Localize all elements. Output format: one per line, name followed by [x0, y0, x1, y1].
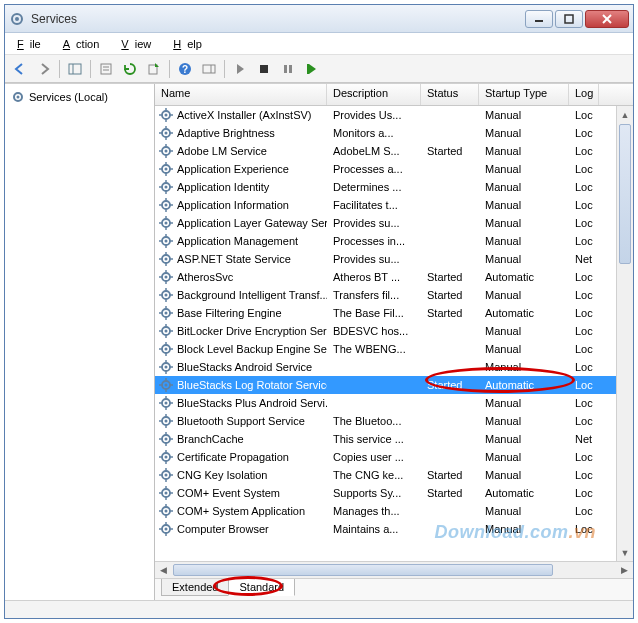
restart-service-button[interactable] — [301, 58, 323, 80]
table-row[interactable]: AtherosSvcAtheros BT ...StartedAutomatic… — [155, 268, 616, 286]
scroll-down-icon[interactable]: ▼ — [617, 544, 633, 561]
table-row[interactable]: Application IdentityDetermines ...Manual… — [155, 178, 616, 196]
svg-point-101 — [165, 348, 168, 351]
refresh-button[interactable] — [119, 58, 141, 80]
service-name: COM+ System Application — [177, 505, 305, 517]
service-description: This service ... — [327, 433, 421, 445]
export-button[interactable] — [143, 58, 165, 80]
service-status: Started — [421, 145, 479, 157]
service-startup: Manual — [479, 289, 569, 301]
svg-point-53 — [165, 204, 168, 207]
column-header-startup[interactable]: Startup Type — [479, 84, 569, 105]
service-description: Provides su... — [327, 253, 421, 265]
table-row[interactable]: Application Layer Gateway Ser...Provides… — [155, 214, 616, 232]
stop-service-button[interactable] — [253, 58, 275, 80]
svg-rect-8 — [101, 64, 111, 74]
table-row[interactable]: Application InformationFacilitates t...M… — [155, 196, 616, 214]
svg-point-119 — [165, 402, 168, 405]
table-row[interactable]: Background Intelligent Transf...Transfer… — [155, 286, 616, 304]
back-button[interactable] — [9, 58, 31, 80]
table-row[interactable]: COM+ System ApplicationManages th...Manu… — [155, 502, 616, 520]
service-startup: Manual — [479, 199, 569, 211]
menu-view[interactable]: View — [115, 36, 163, 52]
maximize-button[interactable] — [555, 10, 583, 28]
table-row[interactable]: BitLocker Drive Encryption Ser...BDESVC … — [155, 322, 616, 340]
scroll-up-icon[interactable]: ▲ — [617, 106, 633, 123]
scroll-thumb[interactable] — [619, 124, 631, 264]
action-pane-button[interactable] — [198, 58, 220, 80]
column-header-name[interactable]: Name — [155, 84, 327, 105]
service-description: Processes a... — [327, 163, 421, 175]
table-row[interactable]: CNG Key IsolationThe CNG ke...StartedMan… — [155, 466, 616, 484]
service-description: Atheros BT ... — [327, 271, 421, 283]
tree-root-item[interactable]: Services (Local) — [7, 88, 152, 106]
table-row[interactable]: ASP.NET State ServiceProvides su...Manua… — [155, 250, 616, 268]
table-row[interactable]: ActiveX Installer (AxInstSV)Provides Us.… — [155, 106, 616, 124]
menu-action[interactable]: Action — [57, 36, 112, 52]
table-row[interactable]: BlueStacks Android ServiceManualLoc — [155, 358, 616, 376]
service-startup: Automatic — [479, 379, 569, 391]
horizontal-scrollbar[interactable]: ◀ ▶ — [155, 561, 633, 578]
scroll-thumb[interactable] — [173, 564, 553, 576]
minimize-button[interactable] — [525, 10, 553, 28]
svg-rect-3 — [565, 15, 573, 23]
table-row[interactable]: BlueStacks Plus Android Servi...ManualLo… — [155, 394, 616, 412]
svg-point-29 — [165, 132, 168, 135]
table-row[interactable]: Bluetooth Support ServiceThe Bluetoo...M… — [155, 412, 616, 430]
column-header-description[interactable]: Description — [327, 84, 421, 105]
properties-button[interactable] — [95, 58, 117, 80]
svg-rect-18 — [289, 65, 292, 73]
service-logon: Loc — [569, 343, 599, 355]
scroll-right-icon[interactable]: ▶ — [616, 562, 633, 579]
vertical-scrollbar[interactable]: ▲ ▼ — [616, 106, 633, 561]
service-description: The Bluetoo... — [327, 415, 421, 427]
help-button[interactable]: ? — [174, 58, 196, 80]
service-logon: Loc — [569, 271, 599, 283]
service-startup: Manual — [479, 451, 569, 463]
table-row[interactable]: BranchCacheThis service ...ManualNet — [155, 430, 616, 448]
menu-help[interactable]: Help — [167, 36, 214, 52]
service-startup: Automatic — [479, 271, 569, 283]
pause-service-button[interactable] — [277, 58, 299, 80]
table-row[interactable]: Application ManagementProcesses in...Man… — [155, 232, 616, 250]
service-logon: Loc — [569, 325, 599, 337]
table-row[interactable]: Base Filtering EngineThe Base Fil...Star… — [155, 304, 616, 322]
table-row[interactable]: COM+ Event SystemSupports Sy...StartedAu… — [155, 484, 616, 502]
service-name: ActiveX Installer (AxInstSV) — [177, 109, 312, 121]
svg-point-131 — [165, 438, 168, 441]
service-description: BDESVC hos... — [327, 325, 421, 337]
services-app-icon — [9, 11, 25, 27]
table-row[interactable]: Adaptive BrightnessMonitors a...ManualLo… — [155, 124, 616, 142]
tab-standard[interactable]: Standard — [228, 579, 295, 596]
service-name: Bluetooth Support Service — [177, 415, 305, 427]
service-name: Application Management — [177, 235, 298, 247]
svg-point-21 — [17, 96, 20, 99]
service-logon: Loc — [569, 217, 599, 229]
table-row[interactable]: Certificate PropagationCopies user ...Ma… — [155, 448, 616, 466]
tab-extended[interactable]: Extended — [161, 579, 229, 596]
service-description: The Base Fil... — [327, 307, 421, 319]
svg-point-59 — [165, 222, 168, 225]
close-button[interactable] — [585, 10, 629, 28]
table-row[interactable]: Application ExperienceProcesses a...Manu… — [155, 160, 616, 178]
service-startup: Manual — [479, 361, 569, 373]
show-hide-tree-button[interactable] — [64, 58, 86, 80]
table-row[interactable]: Computer BrowserMaintains a...ManualLoc — [155, 520, 616, 538]
window-title: Services — [31, 12, 525, 26]
column-header-logon[interactable]: Log — [569, 84, 599, 105]
menu-file[interactable]: File — [11, 36, 53, 52]
service-startup: Manual — [479, 235, 569, 247]
column-header-status[interactable]: Status — [421, 84, 479, 105]
scroll-left-icon[interactable]: ◀ — [155, 562, 172, 579]
service-description: Processes in... — [327, 235, 421, 247]
forward-button[interactable] — [33, 58, 55, 80]
start-service-button[interactable] — [229, 58, 251, 80]
separator-icon — [59, 60, 60, 78]
table-row[interactable]: Adobe LM ServiceAdobeLM S...StartedManua… — [155, 142, 616, 160]
separator-icon — [90, 60, 91, 78]
gear-icon — [159, 486, 173, 500]
gear-icon — [159, 234, 173, 248]
gear-icon — [159, 378, 173, 392]
table-row[interactable]: BlueStacks Log Rotator ServiceStartedAut… — [155, 376, 616, 394]
table-row[interactable]: Block Level Backup Engine Ser...The WBEN… — [155, 340, 616, 358]
